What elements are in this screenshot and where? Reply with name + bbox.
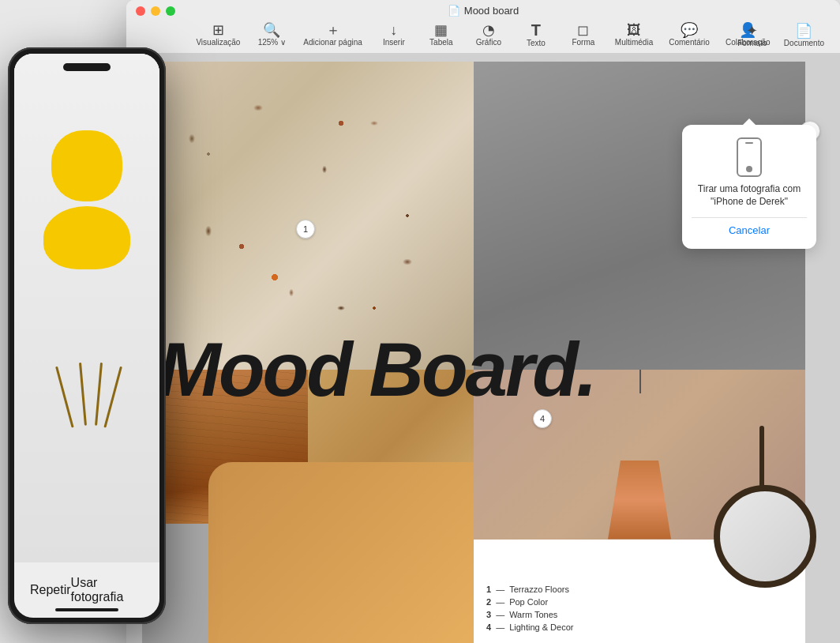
forma-label: Forma: [572, 38, 594, 47]
comentario-label: Comentário: [669, 38, 710, 47]
legend-num-3: 3: [486, 610, 491, 619]
inserir-icon: ↓: [390, 23, 397, 37]
badge-1: 1: [296, 220, 315, 239]
legend-num-4: 4: [486, 622, 491, 632]
toolbar-right: ✦ Formato 📄 Documento: [729, 21, 832, 51]
popup-divider: [692, 217, 807, 218]
toolbar-comentario[interactable]: 💬 Comentário: [661, 20, 718, 50]
window-title-line: 📄 Mood board: [126, 0, 840, 17]
iphone-popup: Tirar uma fotografia com"iPhone de Derek…: [682, 125, 816, 249]
legend-text-1: Terrazzo Floors: [509, 585, 569, 594]
legend-num-2: 2: [486, 597, 491, 607]
ampliacao-label: 125% ∨: [258, 38, 286, 47]
window-controls: [136, 6, 175, 16]
legend-dash-2: —: [496, 597, 504, 607]
legend-text-4: Lighting & Decor: [509, 622, 573, 632]
formato-label: Formato: [737, 39, 767, 47]
chair-seat: [43, 206, 130, 269]
retake-button[interactable]: Repetir: [30, 583, 71, 597]
chair-leg-4: [103, 367, 122, 428]
iphone-notch: [63, 63, 111, 71]
chair-leg-2: [79, 363, 87, 426]
toolbar-adicionar-pagina[interactable]: ＋ Adicionar página: [295, 20, 370, 50]
multimidia-icon: 🖼: [627, 23, 641, 37]
use-photo-button[interactable]: Usar fotografia: [71, 576, 144, 604]
title-text: Mood board: [464, 5, 519, 17]
adicionar-pagina-label: Adicionar página: [303, 38, 362, 47]
documento-icon: 📄: [795, 24, 812, 38]
chair-back: [51, 130, 122, 201]
toolbar-tabela[interactable]: ▦ Tabela: [418, 20, 465, 50]
texto-label: Texto: [527, 39, 546, 47]
terrazzo-cell: [142, 62, 474, 370]
popup-phone-icon: [737, 137, 762, 177]
iphone-screen: Repetir Usar fotografia: [14, 54, 159, 618]
inserir-label: Inserir: [383, 38, 405, 47]
toolbar-visualizacao[interactable]: ⊞ Visualização: [188, 20, 248, 50]
mirror-container: [690, 390, 832, 627]
formato-icon: ✦: [746, 24, 758, 38]
title-bar: 📄 Mood board ⊞ Visualização 🔍 125% ∨ ＋ A…: [126, 0, 840, 54]
bottom-left-grid: [142, 370, 474, 643]
toolbar-formato[interactable]: ✦ Formato: [729, 21, 776, 51]
badge-4: 4: [533, 409, 552, 428]
lamp-shape: [608, 461, 671, 540]
sofa-cell: [308, 370, 474, 524]
maximize-button[interactable]: [166, 6, 175, 16]
legend-dash-3: —: [496, 610, 504, 619]
multimidia-label: Multimédia: [615, 38, 653, 47]
home-indicator: [55, 608, 118, 611]
toolbar-ampliacao[interactable]: 🔍 125% ∨: [248, 20, 295, 50]
toolbar-grafico[interactable]: ◔ Gráfico: [465, 20, 512, 50]
chair-leg-1: [55, 367, 74, 428]
minimize-button[interactable]: [151, 6, 160, 16]
forma-icon: ◻: [577, 23, 589, 37]
toolbar-forma[interactable]: ◻ Forma: [560, 20, 607, 50]
close-button[interactable]: [136, 6, 145, 16]
comentario-icon: 💬: [681, 23, 698, 37]
legend-dash-4: —: [496, 622, 504, 632]
grafico-icon: ◔: [482, 23, 495, 37]
title-icon: 📄: [448, 5, 460, 17]
texto-icon: T: [531, 22, 541, 38]
lamp-cord: [639, 370, 641, 393]
ampliacao-icon: 🔍: [263, 23, 280, 37]
mirror-strap: [759, 426, 764, 489]
chair-leg-3: [95, 363, 103, 426]
chair-legs: [39, 359, 134, 453]
documento-label: Documento: [784, 39, 824, 47]
mirror-shape: [714, 485, 816, 588]
visualizacao-label: Visualização: [196, 38, 240, 47]
iphone-device: Repetir Usar fotografia: [0, 47, 174, 632]
tabela-label: Tabela: [429, 38, 452, 47]
popup-text: Tirar uma fotografia com"iPhone de Derek…: [698, 183, 801, 208]
toolbar-multimidia[interactable]: 🖼 Multimédia: [607, 20, 661, 50]
canvas-area: Mood Board.: [126, 54, 840, 643]
visualizacao-icon: ⊞: [212, 23, 224, 37]
sofa-shape: [308, 462, 474, 524]
app-window: 📄 Mood board ⊞ Visualização 🔍 125% ∨ ＋ A…: [126, 0, 840, 643]
legend-dash-1: —: [496, 585, 504, 594]
iphone-photo: [14, 54, 159, 562]
popup-cancel-button[interactable]: Cancelar: [729, 221, 770, 239]
terrazzo-texture: [142, 62, 474, 370]
grafico-label: Gráfico: [476, 38, 501, 47]
toolbar-inserir[interactable]: ↓ Inserir: [370, 20, 418, 50]
legend-text-3: Warm Tones: [509, 610, 557, 619]
adicionar-pagina-icon: ＋: [326, 23, 340, 37]
window-title: 📄 Mood board: [448, 5, 519, 17]
legend-text-2: Pop Color: [509, 597, 548, 607]
tabela-icon: ▦: [434, 23, 448, 37]
toolbar-texto[interactable]: T Texto: [512, 19, 560, 51]
toolbar-documento[interactable]: 📄 Documento: [776, 21, 832, 51]
legend-num-1: 1: [486, 585, 491, 594]
toolbar: ⊞ Visualização 🔍 125% ∨ ＋ Adicionar pági…: [126, 17, 840, 53]
iphone-body: Repetir Usar fotografia: [8, 47, 166, 624]
